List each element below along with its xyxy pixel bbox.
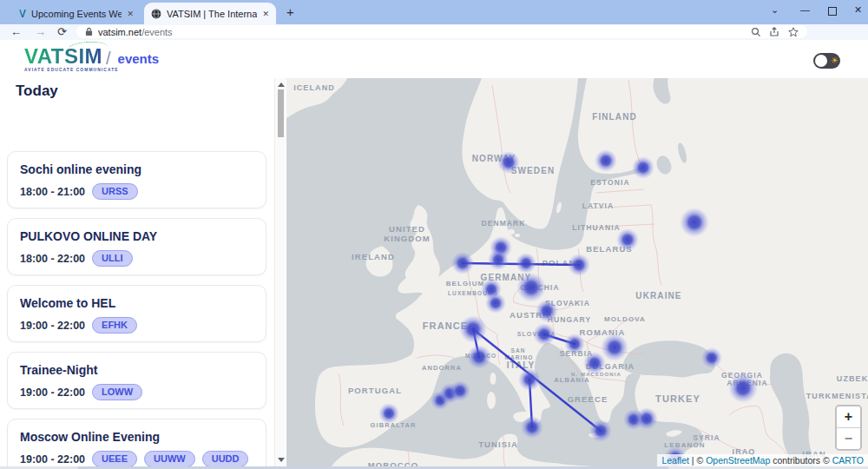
map-zoom-control: + − bbox=[835, 405, 862, 451]
tab-search-icon[interactable]: ⌄ bbox=[771, 4, 779, 16]
reload-button[interactable]: ⟳ bbox=[57, 25, 67, 38]
event-marker[interactable] bbox=[589, 419, 612, 442]
lock-icon bbox=[85, 27, 93, 36]
country-label: IRELAND bbox=[352, 252, 395, 261]
event-marker[interactable] bbox=[516, 273, 546, 302]
country-label: ALBANIA bbox=[554, 376, 589, 384]
share-icon[interactable] bbox=[769, 27, 780, 37]
osm-link[interactable]: OpenStreetMap bbox=[706, 455, 770, 466]
country-label: ICELAND bbox=[293, 83, 335, 92]
country-label: UZBEKISTAN bbox=[837, 374, 868, 383]
event-marker[interactable] bbox=[601, 334, 628, 361]
browser-tab-upcoming-events[interactable]: V Upcoming Events Webpage - Ge ✕ bbox=[12, 3, 141, 24]
event-card[interactable]: Moscow Online Evening19:00 - 22:00UEEEUU… bbox=[7, 419, 266, 469]
scrollbar-thumb[interactable] bbox=[278, 89, 284, 137]
vatsim-logo[interactable]: VATSIM AVIATE EDUCATE COMMUNICATE bbox=[24, 46, 119, 73]
event-marker[interactable] bbox=[516, 253, 536, 274]
event-marker[interactable] bbox=[583, 352, 606, 374]
event-marker[interactable] bbox=[616, 228, 639, 251]
country-label: ANDORRA bbox=[422, 364, 462, 372]
country-label: MOLDOVA bbox=[604, 315, 646, 323]
airport-badge: UUWW bbox=[144, 451, 195, 467]
bookmark-star-icon[interactable] bbox=[788, 27, 799, 37]
event-marker[interactable] bbox=[485, 293, 506, 314]
event-marker[interactable] bbox=[378, 403, 399, 424]
sidebar-scrollbar[interactable] bbox=[274, 78, 286, 466]
theme-toggle[interactable]: ☀ bbox=[813, 53, 840, 69]
tab-close-icon[interactable]: ✕ bbox=[127, 10, 134, 18]
country-label: PORTUGAL bbox=[348, 386, 402, 395]
airport-badge: EFHK bbox=[92, 317, 137, 334]
new-tab-button[interactable]: + bbox=[286, 4, 294, 19]
globe-favicon-icon bbox=[151, 9, 161, 19]
carto-link[interactable]: CARTO bbox=[832, 455, 864, 466]
event-card[interactable]: Sochi online evening18:00 - 21:00URSS bbox=[7, 151, 266, 208]
scroll-down-arrow-icon[interactable] bbox=[278, 458, 285, 462]
event-marker[interactable] bbox=[450, 380, 470, 401]
page-header: VATSIM AVIATE EDUCATE COMMUNICATE / even… bbox=[0, 40, 868, 79]
event-marker[interactable] bbox=[701, 347, 722, 368]
event-marker[interactable] bbox=[518, 368, 541, 391]
today-heading: Today bbox=[16, 83, 58, 100]
breadcrumb-slash: / bbox=[106, 49, 111, 69]
country-label: UKRAINE bbox=[635, 291, 681, 301]
zoom-in-button[interactable]: + bbox=[837, 406, 860, 427]
zoom-out-button[interactable]: − bbox=[837, 427, 860, 449]
event-marker[interactable] bbox=[632, 156, 654, 179]
browser-toolbar: ← → ⟳ vatsim.net/events ⋮ bbox=[0, 24, 868, 40]
event-marker[interactable] bbox=[635, 407, 658, 430]
event-marker[interactable] bbox=[568, 254, 590, 276]
event-marker[interactable] bbox=[451, 252, 474, 274]
country-label: KINGDOM bbox=[384, 234, 431, 243]
airport-badge: URSS bbox=[92, 183, 138, 200]
zoom-page-icon[interactable] bbox=[751, 27, 761, 37]
toggle-knob bbox=[815, 55, 827, 67]
event-marker[interactable] bbox=[536, 300, 558, 322]
leaflet-link[interactable]: Leaflet bbox=[661, 455, 689, 466]
map-canvas: ICELANDNORWAYSWEDENFINLANDESTONIALATVIAL… bbox=[286, 78, 868, 466]
event-marker[interactable] bbox=[521, 416, 543, 439]
event-card[interactable]: Welcome to HEL19:00 - 22:00EFHK bbox=[7, 285, 266, 342]
tab-title: VATSIM | The International Onlin bbox=[167, 9, 257, 19]
event-title: Sochi online evening bbox=[20, 162, 266, 176]
vatsim-favicon-icon: V bbox=[19, 8, 26, 20]
airport-badge: UUDD bbox=[202, 451, 249, 467]
attribution-text: | © bbox=[689, 455, 706, 466]
scroll-up-arrow-icon[interactable] bbox=[278, 83, 285, 87]
country-label: TURKEY bbox=[655, 393, 700, 404]
airport-badge: ULLI bbox=[92, 250, 132, 267]
event-marker[interactable] bbox=[467, 345, 491, 369]
back-button[interactable]: ← bbox=[10, 25, 22, 38]
event-time: 18:00 - 21:00 bbox=[20, 186, 85, 198]
browser-tab-vatsim-events[interactable]: VATSIM | The International Onlin ✕ bbox=[144, 3, 276, 24]
event-marker[interactable] bbox=[564, 334, 585, 354]
address-bar[interactable]: vatsim.net/events bbox=[76, 25, 807, 38]
events-map[interactable]: ICELANDNORWAYSWEDENFINLANDESTONIALATVIAL… bbox=[286, 78, 868, 466]
forward-button[interactable]: → bbox=[35, 25, 46, 38]
event-marker[interactable] bbox=[680, 208, 709, 237]
event-card[interactable]: Trainee-Night19:00 - 22:00LOWW bbox=[7, 352, 266, 409]
country-label: FINLAND bbox=[592, 112, 637, 122]
minimize-button[interactable]: — bbox=[800, 4, 810, 15]
maximize-button[interactable] bbox=[828, 7, 837, 16]
event-card[interactable]: PULKOVO ONLINE DAY18:00 - 22:00ULLI bbox=[7, 218, 266, 275]
event-marker[interactable] bbox=[488, 249, 509, 270]
event-title: Moscow Online Evening bbox=[20, 430, 266, 444]
event-time: 18:00 - 22:00 bbox=[20, 253, 85, 265]
event-time: 19:00 - 22:00 bbox=[20, 453, 85, 466]
country-label: BELGIUM bbox=[446, 280, 485, 287]
browser-tabstrip: V Upcoming Events Webpage - Ge ✕ VATSIM … bbox=[0, 0, 868, 24]
event-marker[interactable] bbox=[595, 149, 617, 172]
close-window-button[interactable]: ✕ bbox=[854, 4, 862, 16]
event-marker[interactable] bbox=[497, 151, 520, 174]
event-marker[interactable] bbox=[728, 373, 758, 403]
country-label: LITHUANIA bbox=[572, 223, 621, 232]
event-marker[interactable] bbox=[459, 315, 487, 343]
sun-icon: ☀ bbox=[831, 56, 838, 65]
country-label: SAN bbox=[510, 347, 525, 353]
tab-title: Upcoming Events Webpage - Ge bbox=[31, 9, 122, 19]
event-marker[interactable] bbox=[533, 323, 556, 346]
event-time: 19:00 - 22:00 bbox=[20, 320, 85, 332]
tab-close-icon[interactable]: ✕ bbox=[262, 10, 269, 18]
country-label: TUNISIA bbox=[478, 439, 518, 449]
